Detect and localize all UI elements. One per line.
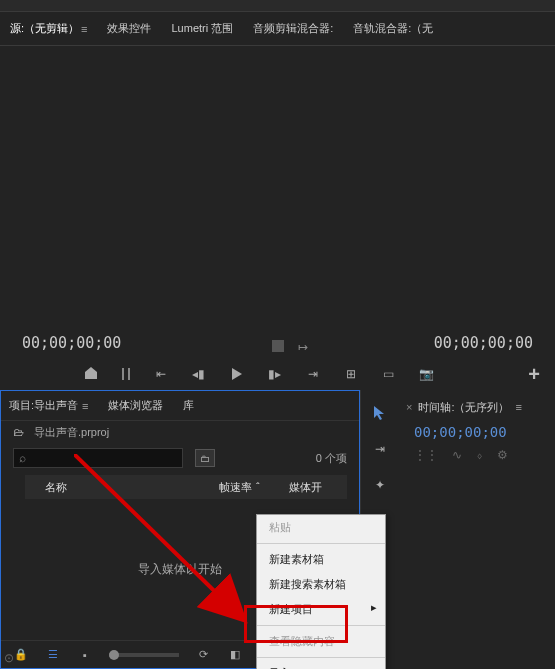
play-icon[interactable] — [230, 367, 244, 381]
col-name[interactable]: 名称 — [33, 480, 219, 495]
empty-hint: 导入媒体以开始 — [138, 561, 222, 578]
mark-in-icon[interactable] — [84, 367, 98, 381]
sort-arrow-icon: ˆ — [256, 481, 260, 493]
transport-bar: ⇤ ◂▮ ▮▸ ⇥ ⊞ ▭ 📷 + — [0, 358, 555, 390]
insert-icon[interactable]: ↦ — [298, 340, 310, 352]
source-monitor: 00;00;00;00 ↦ 00;00;00;00 ⇤ ◂▮ ▮▸ ⇥ ⊞ ▭ … — [0, 46, 555, 390]
hamburger-icon[interactable]: ≡ — [82, 400, 88, 412]
hamburger-icon[interactable]: ≡ — [81, 23, 87, 35]
app-icon: ⊙ — [4, 651, 14, 665]
icon-view-icon[interactable]: ▪ — [77, 647, 93, 663]
time-current[interactable]: 00;00;00;00 — [22, 334, 121, 352]
tab-project[interactable]: 项目:导出声音≡ — [9, 398, 88, 413]
search-input[interactable] — [13, 448, 183, 468]
selection-tool-icon[interactable] — [369, 402, 391, 424]
go-to-out-icon[interactable]: ⇥ — [306, 367, 320, 381]
annotation-highlight-box — [244, 605, 348, 643]
source-panel-tabs: 源:（无剪辑）≡ 效果控件 Lumetri 范围 音频剪辑混合器: 音轨混合器:… — [0, 12, 555, 46]
menu-new-bin[interactable]: 新建素材箱 — [257, 547, 385, 572]
lock-icon[interactable]: 🔒 — [13, 647, 29, 663]
search-glyph-icon: ⌕ — [19, 451, 26, 465]
go-to-in-icon[interactable]: ⇤ — [154, 367, 168, 381]
tab-source[interactable]: 源:（无剪辑）≡ — [0, 12, 97, 45]
snap-icon[interactable]: ⋮⋮ — [414, 448, 438, 462]
sort-icon[interactable]: ⟳ — [195, 647, 211, 663]
tab-audio-track-mixer[interactable]: 音轨混合器:（无 — [343, 12, 443, 45]
track-select-tool-icon[interactable]: ⇥ — [369, 438, 391, 460]
item-count: 0 个项 — [316, 451, 347, 466]
step-back-icon[interactable]: ◂▮ — [192, 367, 206, 381]
mark-out-icon[interactable] — [122, 368, 130, 380]
fit-icon[interactable] — [272, 340, 284, 352]
tab-media-browser[interactable]: 媒体浏览器 — [108, 398, 163, 413]
auto-sequence-icon[interactable]: ◧ — [227, 647, 243, 663]
marker-icon[interactable]: ⬨ — [476, 448, 483, 462]
overwrite-clip-icon[interactable]: ▭ — [382, 367, 396, 381]
hamburger-icon[interactable]: ≡ — [516, 401, 522, 413]
context-menu: 粘贴 新建素材箱 新建搜索素材箱 新建项目▸ 查看隐藏内容 导入... 查找..… — [256, 514, 386, 669]
settings-icon[interactable]: ⚙ — [497, 448, 508, 462]
ripple-edit-tool-icon[interactable]: ✦ — [369, 474, 391, 496]
project-list-header: 名称 帧速率ˆ 媒体开 — [25, 475, 347, 499]
project-filename: 导出声音.prproj — [34, 425, 109, 440]
zoom-slider[interactable] — [109, 653, 179, 657]
menu-new-search-bin[interactable]: 新建搜索素材箱 — [257, 572, 385, 597]
project-icon: 🗁 — [13, 426, 24, 438]
tab-timeline[interactable]: 时间轴:（无序列） — [418, 400, 509, 415]
tab-audio-clip-mixer[interactable]: 音频剪辑混合器: — [243, 12, 343, 45]
col-frame-rate[interactable]: 帧速率ˆ — [219, 480, 289, 495]
link-icon[interactable]: ∿ — [452, 448, 462, 462]
menu-import[interactable]: 导入... — [257, 661, 385, 669]
menu-paste: 粘贴 — [257, 515, 385, 540]
export-frame-icon[interactable]: 📷 — [420, 367, 434, 381]
col-media-start[interactable]: 媒体开 — [289, 480, 339, 495]
step-forward-icon[interactable]: ▮▸ — [268, 367, 282, 381]
submenu-arrow-icon: ▸ — [371, 601, 377, 614]
filter-bin-icon[interactable]: 🗀 — [195, 449, 215, 467]
time-duration: 00;00;00;00 — [434, 334, 533, 352]
tab-lumetri-scopes[interactable]: Lumetri 范围 — [161, 12, 243, 45]
timeline-panel: × 时间轴:（无序列） ≡ 00;00;00;00 ⋮⋮ ∿ ⬨ ⚙ — [398, 390, 555, 669]
list-view-icon[interactable]: ☰ — [45, 647, 61, 663]
insert-clip-icon[interactable]: ⊞ — [344, 367, 358, 381]
button-editor-icon[interactable]: + — [527, 367, 541, 381]
tab-library[interactable]: 库 — [183, 398, 194, 413]
tab-effect-controls[interactable]: 效果控件 — [97, 12, 161, 45]
timeline-playhead-time[interactable]: 00;00;00;00 — [414, 424, 547, 440]
close-icon[interactable]: × — [406, 401, 412, 413]
